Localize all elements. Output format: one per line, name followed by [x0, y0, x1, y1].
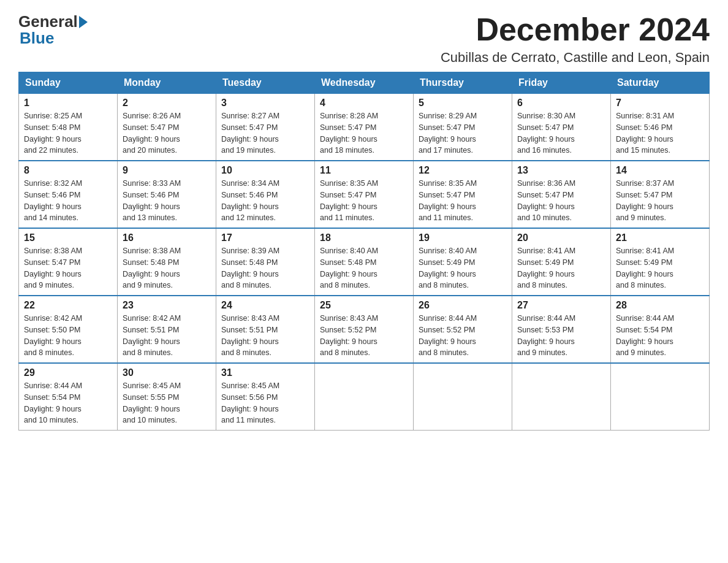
weekday-header-thursday: Thursday: [414, 72, 512, 94]
calendar-day-cell: 27Sunrise: 8:44 AM Sunset: 5:53 PM Dayli…: [512, 296, 611, 363]
calendar-day-cell: 17Sunrise: 8:39 AM Sunset: 5:48 PM Dayli…: [216, 228, 315, 296]
day-info: Sunrise: 8:41 AM Sunset: 5:49 PM Dayligh…: [616, 245, 704, 291]
calendar-day-cell: 6Sunrise: 8:30 AM Sunset: 5:47 PM Daylig…: [512, 94, 611, 161]
day-number: 12: [419, 165, 507, 176]
calendar-day-cell: [512, 363, 611, 431]
day-number: 1: [24, 98, 112, 109]
day-number: 11: [320, 165, 408, 176]
day-number: 6: [517, 98, 605, 109]
calendar-day-cell: 11Sunrise: 8:35 AM Sunset: 5:47 PM Dayli…: [315, 161, 414, 228]
calendar-day-cell: 14Sunrise: 8:37 AM Sunset: 5:47 PM Dayli…: [611, 161, 710, 228]
day-info: Sunrise: 8:26 AM Sunset: 5:47 PM Dayligh…: [123, 110, 211, 156]
calendar-day-cell: 30Sunrise: 8:45 AM Sunset: 5:55 PM Dayli…: [118, 363, 216, 431]
day-info: Sunrise: 8:32 AM Sunset: 5:46 PM Dayligh…: [24, 178, 112, 224]
weekday-header-friday: Friday: [512, 72, 611, 94]
day-info: Sunrise: 8:42 AM Sunset: 5:50 PM Dayligh…: [24, 313, 112, 359]
calendar-week-row: 1Sunrise: 8:25 AM Sunset: 5:48 PM Daylig…: [19, 94, 710, 161]
calendar-day-cell: 2Sunrise: 8:26 AM Sunset: 5:47 PM Daylig…: [118, 94, 216, 161]
weekday-header-sunday: Sunday: [19, 72, 118, 94]
day-number: 21: [616, 232, 704, 243]
day-number: 30: [123, 367, 211, 378]
calendar-day-cell: 12Sunrise: 8:35 AM Sunset: 5:47 PM Dayli…: [414, 161, 512, 228]
calendar-day-cell: 28Sunrise: 8:44 AM Sunset: 5:54 PM Dayli…: [611, 296, 710, 363]
day-number: 8: [24, 165, 112, 176]
logo: General Blue: [18, 12, 89, 48]
logo-arrow-icon: [79, 16, 88, 28]
weekday-header-wednesday: Wednesday: [315, 72, 414, 94]
calendar-week-row: 29Sunrise: 8:44 AM Sunset: 5:54 PM Dayli…: [19, 363, 710, 431]
weekday-header-monday: Monday: [118, 72, 216, 94]
day-info: Sunrise: 8:41 AM Sunset: 5:49 PM Dayligh…: [517, 245, 605, 291]
calendar-day-cell: 8Sunrise: 8:32 AM Sunset: 5:46 PM Daylig…: [19, 161, 118, 228]
day-number: 23: [123, 300, 211, 311]
day-info: Sunrise: 8:45 AM Sunset: 5:56 PM Dayligh…: [221, 380, 309, 426]
day-info: Sunrise: 8:27 AM Sunset: 5:47 PM Dayligh…: [221, 110, 309, 156]
calendar-day-cell: 29Sunrise: 8:44 AM Sunset: 5:54 PM Dayli…: [19, 363, 118, 431]
calendar-day-cell: 18Sunrise: 8:40 AM Sunset: 5:48 PM Dayli…: [315, 228, 414, 296]
day-info: Sunrise: 8:42 AM Sunset: 5:51 PM Dayligh…: [123, 313, 211, 359]
day-info: Sunrise: 8:40 AM Sunset: 5:48 PM Dayligh…: [320, 245, 408, 291]
day-info: Sunrise: 8:29 AM Sunset: 5:47 PM Dayligh…: [419, 110, 507, 156]
day-number: 26: [419, 300, 507, 311]
day-number: 19: [419, 232, 507, 243]
day-info: Sunrise: 8:34 AM Sunset: 5:46 PM Dayligh…: [221, 178, 309, 224]
calendar-day-cell: 23Sunrise: 8:42 AM Sunset: 5:51 PM Dayli…: [118, 296, 216, 363]
calendar-day-cell: [414, 363, 512, 431]
calendar-day-cell: 31Sunrise: 8:45 AM Sunset: 5:56 PM Dayli…: [216, 363, 315, 431]
calendar-day-cell: 22Sunrise: 8:42 AM Sunset: 5:50 PM Dayli…: [19, 296, 118, 363]
day-number: 13: [517, 165, 605, 176]
calendar-week-row: 8Sunrise: 8:32 AM Sunset: 5:46 PM Daylig…: [19, 161, 710, 228]
day-number: 3: [221, 98, 309, 109]
calendar-day-cell: [611, 363, 710, 431]
day-info: Sunrise: 8:35 AM Sunset: 5:47 PM Dayligh…: [419, 178, 507, 224]
calendar-day-cell: 10Sunrise: 8:34 AM Sunset: 5:46 PM Dayli…: [216, 161, 315, 228]
day-number: 16: [123, 232, 211, 243]
day-info: Sunrise: 8:33 AM Sunset: 5:46 PM Dayligh…: [123, 178, 211, 224]
day-info: Sunrise: 8:31 AM Sunset: 5:46 PM Dayligh…: [616, 110, 704, 156]
day-info: Sunrise: 8:30 AM Sunset: 5:47 PM Dayligh…: [517, 110, 605, 156]
calendar-day-cell: 25Sunrise: 8:43 AM Sunset: 5:52 PM Dayli…: [315, 296, 414, 363]
calendar-day-cell: 7Sunrise: 8:31 AM Sunset: 5:46 PM Daylig…: [611, 94, 710, 161]
day-number: 27: [517, 300, 605, 311]
calendar-day-cell: 1Sunrise: 8:25 AM Sunset: 5:48 PM Daylig…: [19, 94, 118, 161]
day-number: 15: [24, 232, 112, 243]
day-number: 10: [221, 165, 309, 176]
location-title: Cubillas de Cerrato, Castille and Leon, …: [441, 50, 710, 66]
title-area: December 2024 Cubillas de Cerrato, Casti…: [441, 12, 710, 66]
day-number: 17: [221, 232, 309, 243]
calendar-day-cell: 16Sunrise: 8:38 AM Sunset: 5:48 PM Dayli…: [118, 228, 216, 296]
calendar-day-cell: 15Sunrise: 8:38 AM Sunset: 5:47 PM Dayli…: [19, 228, 118, 296]
day-info: Sunrise: 8:39 AM Sunset: 5:48 PM Dayligh…: [221, 245, 309, 291]
calendar-day-cell: 20Sunrise: 8:41 AM Sunset: 5:49 PM Dayli…: [512, 228, 611, 296]
day-number: 31: [221, 367, 309, 378]
calendar-day-cell: 13Sunrise: 8:36 AM Sunset: 5:47 PM Dayli…: [512, 161, 611, 228]
day-info: Sunrise: 8:40 AM Sunset: 5:49 PM Dayligh…: [419, 245, 507, 291]
calendar-day-cell: 21Sunrise: 8:41 AM Sunset: 5:49 PM Dayli…: [611, 228, 710, 296]
day-info: Sunrise: 8:44 AM Sunset: 5:54 PM Dayligh…: [616, 313, 704, 359]
calendar-week-row: 15Sunrise: 8:38 AM Sunset: 5:47 PM Dayli…: [19, 228, 710, 296]
calendar-day-cell: 4Sunrise: 8:28 AM Sunset: 5:47 PM Daylig…: [315, 94, 414, 161]
day-info: Sunrise: 8:38 AM Sunset: 5:47 PM Dayligh…: [24, 245, 112, 291]
day-number: 5: [419, 98, 507, 109]
day-info: Sunrise: 8:44 AM Sunset: 5:52 PM Dayligh…: [419, 313, 507, 359]
day-number: 28: [616, 300, 704, 311]
page-header: General Blue December 2024 Cubillas de C…: [18, 12, 710, 66]
calendar-day-cell: 24Sunrise: 8:43 AM Sunset: 5:51 PM Dayli…: [216, 296, 315, 363]
weekday-header-tuesday: Tuesday: [216, 72, 315, 94]
day-info: Sunrise: 8:43 AM Sunset: 5:51 PM Dayligh…: [221, 313, 309, 359]
day-info: Sunrise: 8:37 AM Sunset: 5:47 PM Dayligh…: [616, 178, 704, 224]
calendar-week-row: 22Sunrise: 8:42 AM Sunset: 5:50 PM Dayli…: [19, 296, 710, 363]
day-number: 14: [616, 165, 704, 176]
weekday-header-row: SundayMondayTuesdayWednesdayThursdayFrid…: [19, 72, 710, 94]
calendar-day-cell: 3Sunrise: 8:27 AM Sunset: 5:47 PM Daylig…: [216, 94, 315, 161]
day-info: Sunrise: 8:44 AM Sunset: 5:53 PM Dayligh…: [517, 313, 605, 359]
day-number: 20: [517, 232, 605, 243]
calendar-day-cell: 26Sunrise: 8:44 AM Sunset: 5:52 PM Dayli…: [414, 296, 512, 363]
day-number: 7: [616, 98, 704, 109]
day-info: Sunrise: 8:28 AM Sunset: 5:47 PM Dayligh…: [320, 110, 408, 156]
day-number: 25: [320, 300, 408, 311]
day-info: Sunrise: 8:44 AM Sunset: 5:54 PM Dayligh…: [24, 380, 112, 426]
calendar-day-cell: 9Sunrise: 8:33 AM Sunset: 5:46 PM Daylig…: [118, 161, 216, 228]
day-number: 9: [123, 165, 211, 176]
calendar-day-cell: 19Sunrise: 8:40 AM Sunset: 5:49 PM Dayli…: [414, 228, 512, 296]
